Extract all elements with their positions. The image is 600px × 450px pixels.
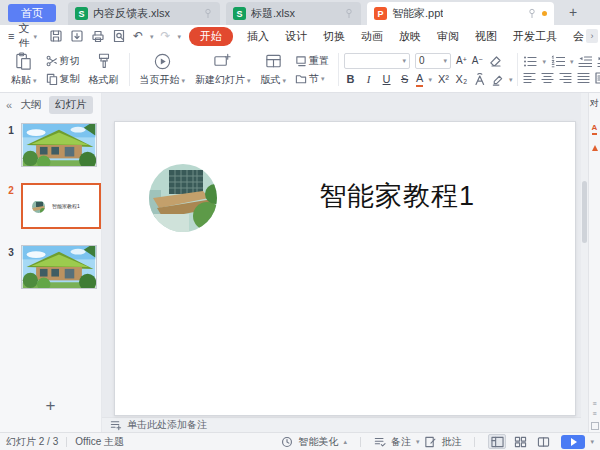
document-tab-feedback-xlsx[interactable]: S 内容反馈表.xlsx bbox=[68, 2, 220, 25]
slide-number: 2 bbox=[4, 185, 18, 196]
italic-button[interactable]: I bbox=[362, 74, 375, 85]
chevron-up-icon[interactable]: ▴ bbox=[343, 438, 347, 445]
customize-toolbar-icon[interactable]: ▾ bbox=[178, 33, 182, 40]
vertical-scrollbar[interactable] bbox=[581, 93, 588, 432]
shape-panel-icon[interactable] bbox=[592, 145, 598, 151]
chevron-down-icon[interactable]: ▾ bbox=[416, 438, 420, 445]
reading-view-button[interactable] bbox=[534, 434, 552, 449]
notes-bar[interactable]: 单击此处添加备注 bbox=[102, 417, 581, 432]
document-tab-smarthome-ppt[interactable]: P 智能家.ppt bbox=[367, 2, 554, 25]
scrollbar-thumb[interactable] bbox=[582, 181, 587, 243]
undo-icon[interactable]: ↶ bbox=[133, 30, 143, 42]
menu-tab-animation[interactable]: 动画 bbox=[361, 29, 383, 44]
font-color-button[interactable]: A bbox=[416, 73, 423, 87]
new-tab-button[interactable]: + bbox=[564, 4, 582, 20]
status-bar: 幻灯片 2 / 3 Office 主题 智能美化 ▴ 备注 ▾ 批注 ▾ bbox=[0, 432, 600, 450]
layout-button[interactable]: 版式▾ bbox=[256, 49, 292, 90]
slide-thumbnail-row-2[interactable]: 2 智能家教程1 bbox=[4, 183, 101, 229]
smart-beautify-button[interactable]: 智能美化 bbox=[298, 435, 338, 449]
print-preview-icon[interactable] bbox=[112, 29, 126, 43]
slide-thumbnail-image[interactable] bbox=[21, 245, 97, 289]
clipboard-icon bbox=[14, 52, 33, 71]
menu-tab-devtools[interactable]: 开发工具 bbox=[513, 29, 557, 44]
menu-tab-member[interactable]: 会 bbox=[573, 29, 584, 44]
slide-thumbnail-image[interactable] bbox=[21, 123, 97, 167]
quick-access-toolbar: ↶ ▾ ↷ ▾ bbox=[49, 29, 181, 43]
theme-name[interactable]: Office 主题 bbox=[75, 435, 124, 449]
highlight-pen-icon[interactable] bbox=[491, 73, 504, 86]
decrease-indent-icon[interactable] bbox=[578, 55, 592, 68]
collapse-panel-icon[interactable]: « bbox=[6, 99, 12, 111]
section-button[interactable]: 节▾ bbox=[295, 72, 329, 86]
copy-button[interactable]: 复制 bbox=[46, 72, 80, 86]
justify-icon[interactable] bbox=[577, 72, 590, 84]
menu-tab-transition[interactable]: 切换 bbox=[323, 29, 345, 44]
add-slide-button[interactable]: + bbox=[0, 396, 101, 416]
tab-slides[interactable]: 幻灯片 bbox=[49, 96, 93, 114]
paste-button[interactable]: 粘贴▾ bbox=[6, 49, 42, 90]
bullet-list-icon[interactable] bbox=[523, 55, 537, 68]
slide-number: 3 bbox=[4, 247, 18, 258]
document-tab-title-xlsx[interactable]: S 标题.xlsx bbox=[226, 2, 361, 25]
menu-tab-design[interactable]: 设计 bbox=[285, 29, 307, 44]
menu-overflow-button[interactable]: › bbox=[586, 29, 598, 43]
menu-tab-view[interactable]: 视图 bbox=[475, 29, 497, 44]
menu-tab-home[interactable]: 开始 bbox=[189, 27, 233, 46]
panel-box-icon[interactable] bbox=[591, 422, 599, 430]
slide-thumbnail-selected[interactable]: 智能家教程1 bbox=[21, 183, 101, 229]
menu-tabs: 开始 插入 设计 切换 动画 放映 审阅 视图 开发工具 会 › bbox=[187, 27, 600, 46]
increase-font-button[interactable]: A+ bbox=[456, 56, 467, 66]
reset-button[interactable]: 重置 bbox=[295, 54, 329, 68]
align-right-icon[interactable] bbox=[559, 72, 572, 84]
phonetic-guide-icon[interactable] bbox=[473, 73, 486, 86]
tab-outline[interactable]: 大纲 bbox=[20, 98, 41, 112]
notes-placeholder: 单击此处添加备注 bbox=[127, 418, 207, 432]
export-icon[interactable] bbox=[70, 29, 84, 43]
format-painter-button[interactable]: 格式刷 bbox=[84, 49, 124, 90]
slide-canvas[interactable]: 智能家教程1 bbox=[102, 93, 581, 417]
decrease-font-button[interactable]: A− bbox=[472, 56, 483, 66]
bold-button[interactable]: B bbox=[344, 74, 357, 85]
pin-icon[interactable] bbox=[527, 8, 537, 19]
font-style-panel-icon[interactable]: A bbox=[592, 124, 598, 135]
panel-lines-icon[interactable]: ≡ bbox=[592, 400, 596, 407]
print-icon[interactable] bbox=[91, 29, 105, 43]
align-left-icon[interactable] bbox=[523, 72, 536, 84]
distribute-text-icon[interactable] bbox=[595, 72, 600, 84]
strikethrough-button[interactable]: S bbox=[398, 74, 411, 85]
cut-button[interactable]: 剪切 bbox=[46, 54, 80, 68]
undo-dropdown-icon[interactable]: ▾ bbox=[150, 33, 154, 40]
slideshow-play-button[interactable] bbox=[561, 435, 585, 449]
new-slide-button[interactable]: 新建幻灯片▾ bbox=[190, 49, 256, 90]
comment-button[interactable]: 批注 bbox=[441, 435, 461, 449]
numbered-list-icon[interactable] bbox=[551, 55, 565, 68]
align-center-icon[interactable] bbox=[541, 72, 554, 84]
slide-circle-image[interactable] bbox=[149, 164, 217, 232]
home-button[interactable]: 首页 bbox=[8, 4, 56, 22]
menu-tab-slideshow[interactable]: 放映 bbox=[399, 29, 421, 44]
slide-number: 1 bbox=[4, 125, 18, 136]
play-from-current-button[interactable]: 当页开始▾ bbox=[135, 49, 191, 90]
underline-button[interactable]: U bbox=[380, 74, 393, 85]
pin-icon[interactable] bbox=[203, 8, 213, 19]
font-family-select[interactable]: ▾ bbox=[344, 53, 410, 69]
slide-thumbnail-row-3[interactable]: 3 bbox=[4, 245, 101, 289]
slide-sorter-view-button[interactable] bbox=[511, 434, 529, 449]
font-size-select[interactable]: 0▾ bbox=[415, 53, 451, 69]
slide-thumbnail-row-1[interactable]: 1 bbox=[4, 123, 101, 167]
menu-tab-review[interactable]: 审阅 bbox=[437, 29, 459, 44]
redo-icon[interactable]: ↷ bbox=[161, 30, 171, 42]
object-properties-tab[interactable]: 对 bbox=[590, 97, 599, 110]
normal-view-button[interactable] bbox=[488, 434, 506, 449]
slide-title-text[interactable]: 智能家教程1 bbox=[319, 178, 475, 214]
subscript-button[interactable]: X₂ bbox=[455, 74, 468, 85]
superscript-button[interactable]: X² bbox=[437, 74, 450, 85]
save-icon[interactable] bbox=[49, 29, 63, 43]
notes-button[interactable]: 备注 bbox=[391, 435, 411, 449]
menu-tab-insert[interactable]: 插入 bbox=[247, 29, 269, 44]
clear-format-eraser-icon[interactable] bbox=[488, 54, 502, 68]
pin-icon[interactable] bbox=[344, 8, 354, 19]
panel-lines-icon[interactable]: ≡ bbox=[592, 410, 596, 417]
current-slide[interactable]: 智能家教程1 bbox=[114, 121, 576, 416]
chevron-down-icon[interactable]: ▾ bbox=[590, 438, 594, 445]
